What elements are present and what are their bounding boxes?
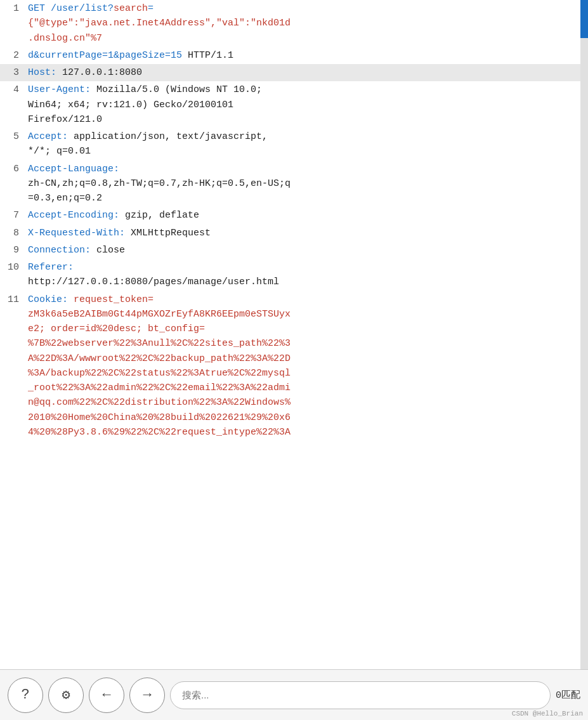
scrollbar[interactable] — [580, 0, 588, 669]
table-row: 11Cookie: request_token= zM3k6a5eB2AIBm0… — [0, 291, 588, 442]
code-segment: X-Requested-With: — [28, 228, 131, 239]
line-number: 4 — [0, 81, 24, 128]
search-input[interactable] — [170, 681, 551, 709]
line-content: GET /user/list?search= {"@type":"java.ne… — [24, 0, 588, 47]
help-icon: ? — [21, 687, 29, 703]
forward-icon: → — [143, 687, 151, 703]
table-row: 2d&currentPage=1&pageSize=15 HTTP/1.1 — [0, 47, 588, 64]
scrollbar-thumb[interactable] — [580, 0, 588, 38]
code-table: 1GET /user/list?search= {"@type":"java.n… — [0, 0, 588, 441]
code-segment: 127.0.0.1:8080 — [62, 67, 142, 78]
table-row: 7Accept-Encoding: gzip, deflate — [0, 207, 588, 224]
table-row: 6Accept-Language: zh-CN,zh;q=0.8,zh-TW;q… — [0, 160, 588, 207]
watermark: CSDN @Hello_Brian — [512, 710, 583, 717]
settings-icon: ⚙ — [62, 686, 70, 704]
code-display: 1GET /user/list?search= {"@type":"java.n… — [0, 0, 588, 669]
line-content: X-Requested-With: XMLHttpRequest — [24, 225, 588, 242]
code-segment: = — [148, 3, 154, 14]
table-row: 8X-Requested-With: XMLHttpRequest — [0, 225, 588, 242]
line-number: 7 — [0, 207, 24, 224]
line-number: 8 — [0, 225, 24, 242]
line-content: Connection: close — [24, 242, 588, 259]
code-segment: search — [114, 3, 148, 14]
table-row: 5Accept: application/json, text/javascri… — [0, 128, 588, 160]
line-number: 2 — [0, 47, 24, 64]
code-segment: User-Agent: — [28, 84, 96, 95]
code-segment: Referer: — [28, 262, 79, 273]
line-content: Referer: http://127.0.0.1:8080/pages/man… — [24, 259, 588, 291]
line-number: 3 — [0, 64, 24, 81]
table-row: 10Referer: http://127.0.0.1:8080/pages/m… — [0, 259, 588, 291]
back-button[interactable]: ← — [89, 677, 124, 713]
code-segment: order — [51, 324, 79, 334]
code-segment: {"@type":"java.net.Inet4Address","val":"… — [28, 18, 291, 43]
code-segment: close — [96, 245, 125, 256]
code-segment: GET /user/list? — [28, 3, 114, 14]
code-segment: zh-CN,zh;q=0.8,zh-TW;q=0.7,zh-HK;q=0.5,e… — [28, 178, 291, 204]
code-segment: bt_config — [148, 324, 199, 334]
code-segment: Connection: — [28, 245, 96, 256]
back-icon: ← — [102, 687, 110, 703]
forward-button[interactable]: → — [129, 677, 165, 713]
code-segment: Accept: — [28, 131, 74, 142]
code-segment: Accept-Language: — [28, 164, 125, 174]
line-number: 10 — [0, 259, 24, 291]
bottom-toolbar: ? ⚙ ← → 0匹配 CSDN @Hello_Brian — [0, 669, 588, 720]
code-segment: d&currentPage=1&pageSize=15 — [28, 50, 182, 61]
table-row: 1GET /user/list?search= {"@type":"java.n… — [0, 0, 588, 47]
table-row: 3Host: 127.0.0.1:8080 — [0, 64, 588, 81]
line-number: 5 — [0, 128, 24, 160]
code-segment: = %7B%22webserver%22%3Anull%2C%22sites_p… — [28, 324, 291, 438]
line-number: 6 — [0, 160, 24, 207]
match-count: 0匹配 — [556, 689, 580, 701]
line-content: Host: 127.0.0.1:8080 — [24, 64, 588, 81]
table-row: 9Connection: close — [0, 242, 588, 259]
code-segment: =id%20desc; — [79, 324, 148, 334]
code-segment: HTTP/1.1 — [182, 50, 233, 61]
line-content: Accept: application/json, text/javascrip… — [24, 128, 588, 160]
code-segment: gzip, deflate — [125, 210, 199, 221]
line-number: 1 — [0, 0, 24, 47]
code-segment: XMLHttpRequest — [131, 228, 211, 239]
line-content: Cookie: request_token= zM3k6a5eB2AIBm0Gt… — [24, 291, 588, 442]
code-segment: http://127.0.0.1:8080/pages/manage/user.… — [28, 277, 279, 287]
line-number: 9 — [0, 242, 24, 259]
line-content: Accept-Encoding: gzip, deflate — [24, 207, 588, 224]
line-content: User-Agent: Mozilla/5.0 (Windows NT 10.0… — [24, 81, 588, 128]
code-segment: Cookie: — [28, 294, 74, 305]
line-content: Accept-Language: zh-CN,zh;q=0.8,zh-TW;q=… — [24, 160, 588, 207]
code-segment: Accept-Encoding: — [28, 210, 125, 221]
line-number: 11 — [0, 291, 24, 442]
code-segment: Host: — [28, 67, 62, 78]
settings-button[interactable]: ⚙ — [48, 677, 84, 713]
code-segment: request_token — [74, 294, 148, 305]
line-content: d&currentPage=1&pageSize=15 HTTP/1.1 — [24, 47, 588, 64]
help-button[interactable]: ? — [8, 677, 43, 713]
table-row: 4User-Agent: Mozilla/5.0 (Windows NT 10.… — [0, 81, 588, 128]
